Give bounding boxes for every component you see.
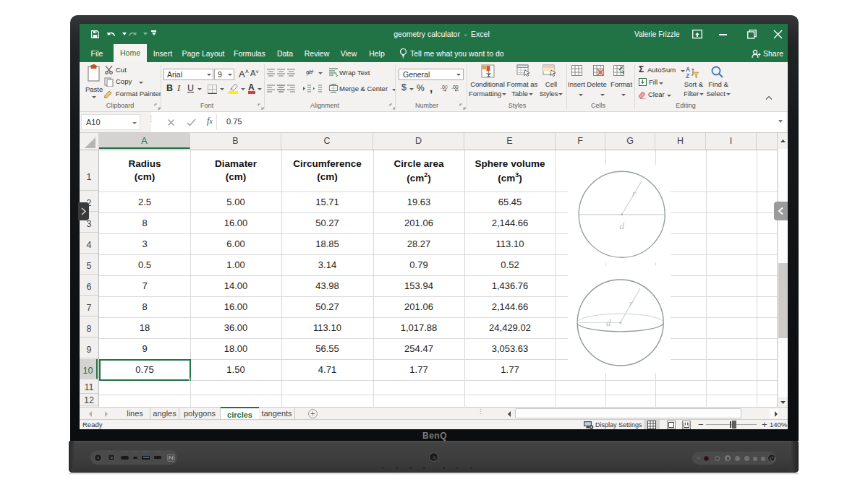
svg-text:d: d xyxy=(620,220,625,231)
svg-text:.00: .00 xyxy=(451,85,459,90)
svg-text:Z: Z xyxy=(686,72,689,79)
svg-text:0: 0 xyxy=(445,85,448,90)
svg-text:≠: ≠ xyxy=(488,72,491,79)
svg-text:d: d xyxy=(606,317,611,328)
svg-text:ab: ab xyxy=(306,69,312,75)
